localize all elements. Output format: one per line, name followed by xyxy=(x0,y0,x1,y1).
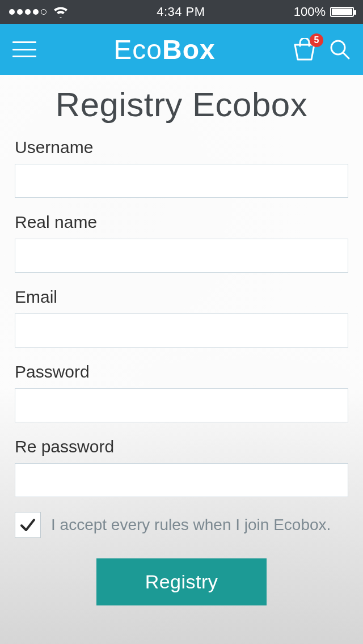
email-input[interactable] xyxy=(15,313,348,348)
password-label: Password xyxy=(15,362,348,382)
repassword-input[interactable] xyxy=(15,463,348,497)
password-input[interactable] xyxy=(15,388,348,422)
menu-button[interactable] xyxy=(12,41,36,57)
repassword-label: Re password xyxy=(15,437,348,456)
accept-checkbox[interactable] xyxy=(15,512,41,538)
submit-button[interactable]: Registry xyxy=(96,558,267,605)
email-label: Email xyxy=(15,287,348,307)
battery-percent: 100% xyxy=(294,5,326,19)
wifi-icon xyxy=(53,6,68,18)
username-label: Username xyxy=(15,138,348,157)
svg-line-1 xyxy=(343,53,349,58)
username-input[interactable] xyxy=(15,164,348,198)
realname-label: Real name xyxy=(15,213,348,232)
realname-input[interactable] xyxy=(15,239,348,273)
battery-icon xyxy=(330,7,354,17)
accept-text: I accept every rules when I join Ecobox. xyxy=(51,516,331,534)
status-bar: 4:34 PM 100% xyxy=(0,0,363,24)
status-time: 4:34 PM xyxy=(157,5,205,19)
signal-strength-icon xyxy=(9,9,47,15)
app-header: EcoBox 5 xyxy=(0,24,363,75)
search-button[interactable] xyxy=(329,39,351,60)
cart-button[interactable]: 5 xyxy=(293,38,316,61)
page-title: Registry Ecobox xyxy=(15,85,348,124)
cart-badge: 5 xyxy=(310,33,323,47)
brand-logo: EcoBox xyxy=(113,34,215,65)
